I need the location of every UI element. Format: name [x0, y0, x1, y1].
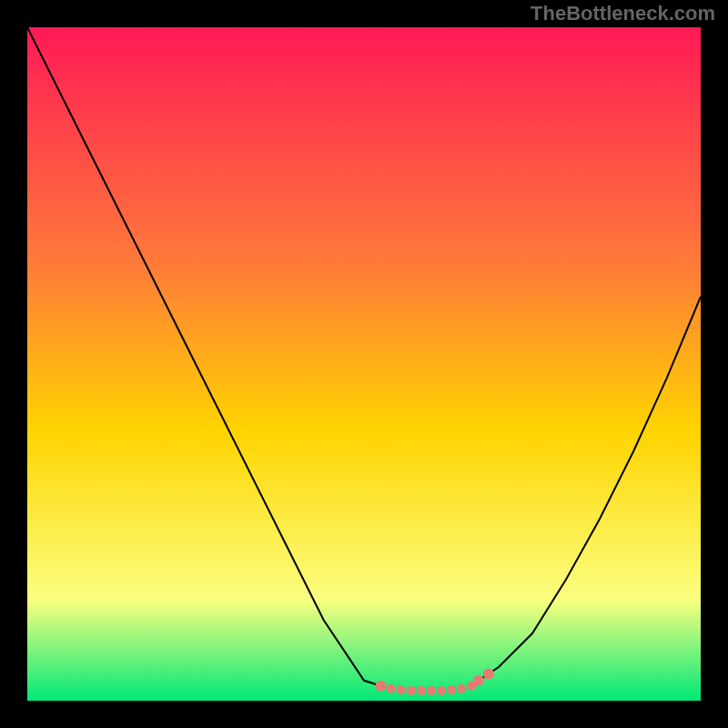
bottom-marker [437, 686, 446, 695]
bottom-marker [376, 681, 387, 692]
bottom-marker [457, 684, 466, 693]
bottom-marker [407, 686, 416, 695]
bottom-marker [397, 685, 406, 694]
chart-svg [27, 27, 701, 701]
gradient-background [27, 27, 701, 701]
bottom-marker [447, 685, 456, 694]
bottom-marker [473, 675, 484, 686]
bottom-marker [387, 684, 396, 693]
bottom-marker [417, 686, 426, 695]
bottom-marker [427, 686, 436, 695]
watermark-text: TheBottleneck.com [531, 2, 715, 25]
chart-plot-area [27, 27, 701, 701]
bottom-marker [483, 668, 494, 679]
